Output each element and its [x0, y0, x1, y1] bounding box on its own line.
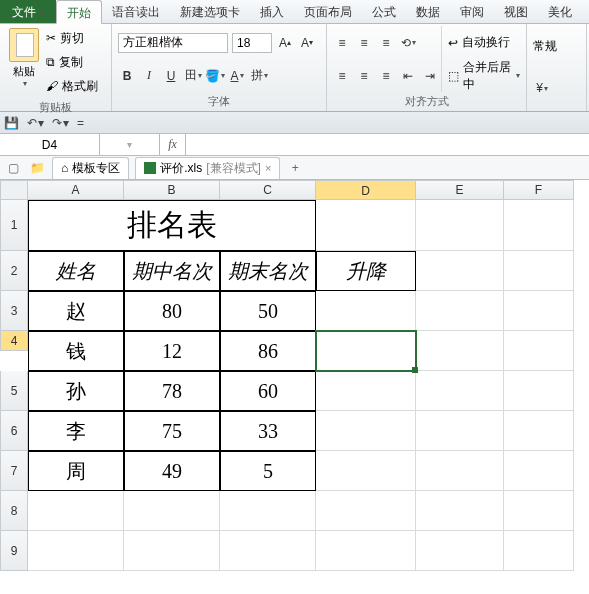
cell[interactable]	[504, 371, 574, 411]
cell[interactable]: 33	[220, 411, 316, 451]
fx-icon[interactable]: fx	[160, 134, 186, 155]
currency-button[interactable]: ¥▾	[533, 79, 551, 97]
cell[interactable]	[28, 531, 124, 571]
format-painter-button[interactable]: 🖌格式刷	[46, 74, 98, 98]
row-header-6[interactable]: 6	[0, 411, 28, 451]
col-header-C[interactable]: C	[220, 180, 316, 200]
cell[interactable]	[416, 331, 504, 371]
cell[interactable]	[416, 451, 504, 491]
border-button[interactable]: 田▾	[184, 67, 202, 85]
qat-customize[interactable]: =	[77, 116, 84, 130]
cell[interactable]	[316, 291, 416, 331]
row-header-9[interactable]: 9	[0, 531, 28, 571]
tab-insert[interactable]: 插入	[250, 0, 294, 23]
cut-button[interactable]: ✂剪切	[46, 26, 98, 50]
cell[interactable]	[416, 200, 504, 251]
cell[interactable]	[316, 200, 416, 251]
col-header-F[interactable]: F	[504, 180, 574, 200]
cell[interactable]	[504, 491, 574, 531]
cell[interactable]	[504, 451, 574, 491]
tab-formula[interactable]: 公式	[362, 0, 406, 23]
tab-file[interactable]: 文件 ▾	[0, 0, 56, 23]
cell[interactable]: 赵	[28, 291, 124, 331]
tab-voice[interactable]: 语音读出	[102, 0, 170, 23]
row-header-4[interactable]: 4	[0, 331, 28, 351]
undo-button[interactable]: ↶▾	[27, 116, 44, 130]
cell[interactable]	[28, 491, 124, 531]
cell[interactable]	[416, 291, 504, 331]
increase-indent-button[interactable]: ⇥	[421, 67, 439, 85]
col-header-D[interactable]: D	[316, 180, 416, 200]
tab-data[interactable]: 数据	[406, 0, 450, 23]
row-header-3[interactable]: 3	[0, 291, 28, 331]
font-size-select[interactable]	[232, 33, 272, 53]
tab-beautify[interactable]: 美化	[538, 0, 582, 23]
number-format-select[interactable]: 常规	[533, 38, 557, 55]
cell[interactable]: 期末名次	[220, 251, 316, 291]
cell[interactable]: 李	[28, 411, 124, 451]
align-right-button[interactable]: ≡	[377, 67, 395, 85]
active-cell[interactable]	[316, 331, 416, 371]
cell[interactable]: 孙	[28, 371, 124, 411]
cell[interactable]	[316, 371, 416, 411]
cell[interactable]: 75	[124, 411, 220, 451]
redo-button[interactable]: ↷▾	[52, 116, 69, 130]
cell[interactable]	[504, 291, 574, 331]
cell[interactable]: 78	[124, 371, 220, 411]
select-all-corner[interactable]	[0, 180, 28, 200]
new-sheet-button[interactable]: ▢	[4, 159, 22, 177]
save-button[interactable]: 💾	[4, 116, 19, 130]
bold-button[interactable]: B	[118, 67, 136, 85]
decrease-font-button[interactable]: A▾	[298, 34, 316, 52]
cell[interactable]	[316, 411, 416, 451]
open-folder-button[interactable]: 📁	[28, 159, 46, 177]
wrap-text-button[interactable]: ↩自动换行	[448, 31, 520, 55]
cell[interactable]: 钱	[28, 331, 124, 371]
align-middle-button[interactable]: ≡	[355, 34, 373, 52]
cell[interactable]	[416, 251, 504, 291]
cell[interactable]	[316, 451, 416, 491]
align-center-button[interactable]: ≡	[355, 67, 373, 85]
tab-view[interactable]: 视图	[494, 0, 538, 23]
template-tab[interactable]: ⌂模板专区	[52, 157, 129, 179]
cell[interactable]	[220, 491, 316, 531]
close-icon[interactable]: ×	[265, 162, 271, 174]
cell[interactable]	[124, 531, 220, 571]
row-header-1[interactable]: 1	[0, 200, 28, 251]
cell[interactable]: 60	[220, 371, 316, 411]
cell[interactable]	[504, 411, 574, 451]
name-box[interactable]: D4	[0, 134, 100, 155]
add-tab-button[interactable]: +	[286, 159, 304, 177]
formula-input[interactable]	[186, 134, 589, 155]
align-left-button[interactable]: ≡	[333, 67, 351, 85]
cell[interactable]	[504, 331, 574, 371]
font-name-select[interactable]	[118, 33, 228, 53]
chevron-down-icon[interactable]: ▾	[127, 139, 132, 150]
tab-home[interactable]: 开始	[56, 0, 102, 24]
paste-button[interactable]: 粘贴 ▾	[4, 26, 44, 98]
cell[interactable]	[416, 371, 504, 411]
align-top-button[interactable]: ≡	[333, 34, 351, 52]
align-bottom-button[interactable]: ≡	[377, 34, 395, 52]
col-header-A[interactable]: A	[28, 180, 124, 200]
row-header-8[interactable]: 8	[0, 491, 28, 531]
cell[interactable]	[416, 531, 504, 571]
cell[interactable]: 期中名次	[124, 251, 220, 291]
cell[interactable]	[504, 531, 574, 571]
cell[interactable]	[416, 411, 504, 451]
row-header-2[interactable]: 2	[0, 251, 28, 291]
orientation-button[interactable]: ⟲▾	[399, 34, 417, 52]
cell[interactable]: 12	[124, 331, 220, 371]
row-header-7[interactable]: 7	[0, 451, 28, 491]
cell[interactable]: 姓名	[28, 251, 124, 291]
cell[interactable]: 86	[220, 331, 316, 371]
cell[interactable]	[220, 531, 316, 571]
cell[interactable]: 50	[220, 291, 316, 331]
copy-button[interactable]: ⧉复制	[46, 50, 98, 74]
cell[interactable]	[504, 200, 574, 251]
tab-newtab[interactable]: 新建选项卡	[170, 0, 250, 23]
fill-color-button[interactable]: 🪣▾	[206, 67, 224, 85]
increase-font-button[interactable]: A▴	[276, 34, 294, 52]
phonetic-button[interactable]: 拼▾	[250, 67, 268, 85]
spreadsheet-grid[interactable]: A B C D E F 1 排名表 2 姓名 期中名次 期末名次 升降 3 赵 …	[0, 180, 589, 571]
